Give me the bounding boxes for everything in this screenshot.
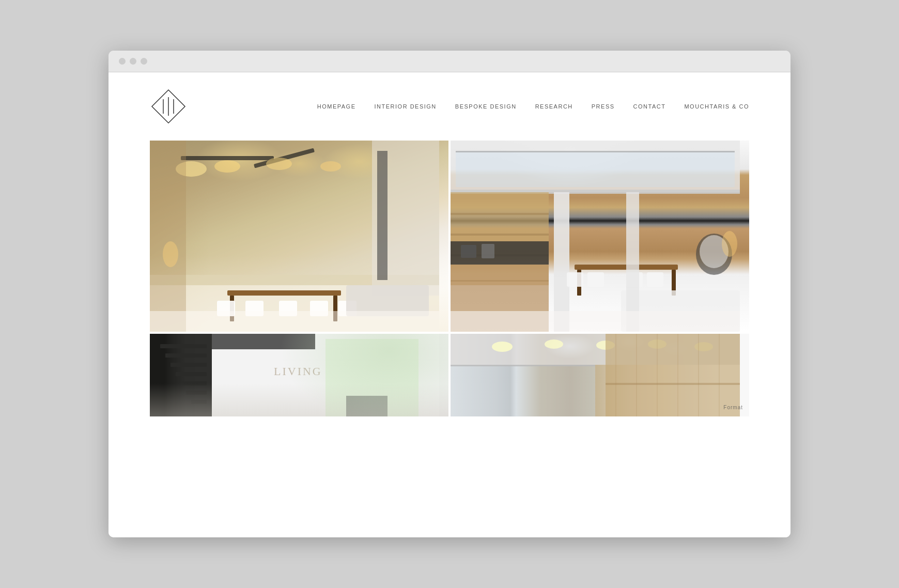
svg-rect-25	[150, 311, 439, 332]
browser-chrome	[109, 51, 791, 72]
site-nav: HOMEPAGE INTERIOR DESIGN BESPOKE DESIGN …	[317, 103, 749, 110]
svg-point-50	[722, 231, 737, 257]
svg-point-10	[266, 158, 292, 170]
gallery-photo-bottom-right[interactable]: Format	[451, 334, 749, 416]
svg-rect-54	[160, 344, 207, 348]
svg-text:LIVING: LIVING	[274, 365, 322, 378]
svg-rect-62	[326, 339, 419, 416]
svg-rect-55	[165, 353, 207, 358]
svg-rect-23	[150, 141, 186, 332]
browser-dot-minimize[interactable]	[130, 58, 136, 65]
svg-rect-33	[451, 234, 549, 236]
nav-item-homepage[interactable]: HOMEPAGE	[317, 103, 356, 110]
svg-rect-64	[346, 396, 388, 416]
svg-rect-36	[461, 245, 476, 258]
svg-rect-13	[377, 151, 388, 280]
svg-rect-53	[150, 334, 212, 416]
svg-rect-44	[587, 272, 604, 287]
svg-rect-51	[626, 192, 639, 332]
svg-rect-61	[212, 334, 439, 416]
svg-rect-57	[176, 372, 207, 376]
svg-rect-32	[451, 213, 549, 215]
svg-rect-43	[567, 272, 583, 287]
logo[interactable]	[150, 88, 187, 125]
svg-rect-73	[451, 365, 595, 416]
svg-rect-59	[186, 391, 207, 395]
svg-point-11	[320, 161, 341, 172]
svg-rect-83	[606, 383, 740, 385]
browser-window: HOMEPAGE INTERIOR DESIGN BESPOKE DESIGN …	[109, 51, 791, 537]
gallery-photo-bottom-left[interactable]: LIVING	[150, 334, 448, 416]
svg-rect-29	[456, 151, 735, 152]
svg-point-69	[545, 339, 563, 349]
svg-rect-28	[456, 151, 735, 187]
svg-point-9	[214, 160, 240, 173]
svg-rect-46	[647, 272, 663, 287]
nav-item-contact[interactable]: CONTACT	[633, 103, 666, 110]
nav-item-mouchtaris-co[interactable]: MOUCHTARIS & CO	[684, 103, 749, 110]
browser-dot-close[interactable]	[119, 58, 126, 65]
svg-rect-63	[212, 334, 315, 349]
gallery-photo-top-left[interactable]	[150, 141, 448, 332]
browser-dot-maximize[interactable]	[141, 58, 147, 65]
photo-grid: LIVING	[109, 141, 791, 437]
logo-diamond-icon	[150, 88, 187, 125]
site-header: HOMEPAGE INTERIOR DESIGN BESPOKE DESIGN …	[109, 72, 791, 141]
svg-rect-60	[191, 400, 207, 404]
format-label: Format	[723, 405, 743, 410]
svg-rect-37	[482, 244, 494, 258]
svg-rect-30	[554, 192, 569, 332]
nav-item-bespoke-design[interactable]: BESPOKE DESIGN	[455, 103, 517, 110]
svg-rect-74	[451, 365, 595, 366]
svg-rect-76	[606, 334, 740, 416]
gallery-photo-top-right[interactable]	[451, 141, 749, 332]
svg-rect-58	[181, 381, 207, 385]
site-content: HOMEPAGE INTERIOR DESIGN BESPOKE DESIGN …	[109, 72, 791, 537]
nav-item-research[interactable]: RESEARCH	[535, 103, 573, 110]
svg-point-24	[163, 241, 178, 267]
svg-point-68	[492, 342, 513, 352]
svg-rect-14	[227, 290, 341, 296]
svg-rect-56	[171, 363, 207, 367]
nav-item-interior-design[interactable]: INTERIOR DESIGN	[375, 103, 437, 110]
svg-rect-52	[451, 311, 740, 332]
svg-rect-6	[181, 156, 274, 160]
svg-rect-39	[451, 280, 549, 282]
nav-item-press[interactable]: PRESS	[592, 103, 615, 110]
